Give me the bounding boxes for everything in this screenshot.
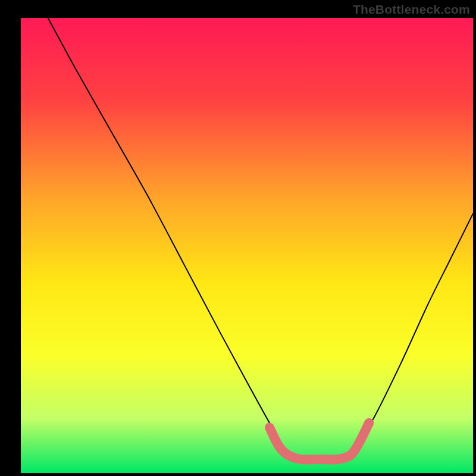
bottleneck-chart: [0, 0, 476, 476]
chart-frame: TheBottleneck.com: [0, 0, 476, 476]
gradient-background: [21, 18, 473, 473]
